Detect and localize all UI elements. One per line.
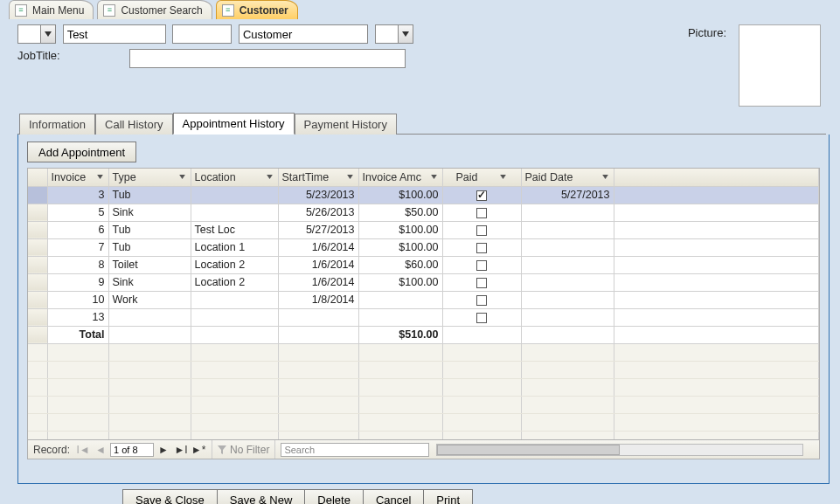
horizontal-scrollbar[interactable] bbox=[436, 444, 803, 456]
cell-location[interactable] bbox=[191, 291, 278, 308]
cell-invoice[interactable]: 3 bbox=[47, 186, 108, 204]
suffix-combo[interactable] bbox=[375, 24, 413, 44]
cell-type[interactable]: Sink bbox=[108, 273, 191, 291]
table-row[interactable]: 13 bbox=[28, 308, 819, 326]
cell-invoice[interactable]: 10 bbox=[47, 291, 108, 308]
chevron-down-icon[interactable] bbox=[398, 24, 413, 44]
row-selector[interactable] bbox=[28, 308, 47, 326]
checkbox-icon[interactable] bbox=[476, 260, 487, 271]
table-row[interactable]: 3Tub5/23/2013$100.005/27/2013 bbox=[28, 186, 819, 204]
cell-location[interactable]: Location 2 bbox=[191, 273, 278, 291]
cell-starttime[interactable]: 5/27/2013 bbox=[278, 221, 358, 238]
cell-amount[interactable] bbox=[358, 291, 442, 308]
cell-paid-date[interactable] bbox=[521, 204, 614, 221]
suffix-input[interactable] bbox=[375, 24, 398, 44]
cell-location[interactable] bbox=[191, 186, 278, 204]
middle-name-input[interactable] bbox=[172, 24, 232, 44]
col-invoice-amount[interactable]: Invoice Amc bbox=[358, 169, 442, 186]
tab-appointment-history[interactable]: Appointment History bbox=[173, 113, 295, 135]
prefix-input[interactable] bbox=[17, 24, 40, 44]
chevron-down-icon[interactable] bbox=[601, 173, 610, 182]
checkbox-icon[interactable] bbox=[476, 278, 487, 288]
cell-invoice[interactable]: 8 bbox=[47, 256, 108, 273]
cell-amount[interactable]: $60.00 bbox=[358, 256, 442, 273]
last-name-input[interactable] bbox=[239, 24, 368, 44]
checkbox-icon[interactable] bbox=[476, 190, 487, 201]
cell-paid[interactable] bbox=[442, 204, 521, 221]
save-close-button[interactable]: Save & Close bbox=[122, 489, 218, 504]
tab-payment-history[interactable]: Payment History bbox=[295, 114, 397, 135]
cell-paid-date[interactable] bbox=[521, 273, 614, 291]
row-selector[interactable] bbox=[28, 273, 47, 291]
cell-location[interactable]: Location 1 bbox=[191, 238, 278, 256]
col-invoice[interactable]: Invoice bbox=[47, 169, 108, 186]
checkbox-icon[interactable] bbox=[476, 295, 487, 306]
first-name-input[interactable] bbox=[63, 24, 166, 44]
cell-type[interactable]: Tub bbox=[108, 221, 191, 238]
cell-paid[interactable] bbox=[442, 238, 521, 256]
cell-starttime[interactable]: 1/6/2014 bbox=[278, 238, 358, 256]
tab-call-history[interactable]: Call History bbox=[95, 114, 172, 135]
cell-amount[interactable] bbox=[358, 308, 442, 326]
nav-prev-button[interactable]: ◄ bbox=[93, 443, 108, 457]
cell-amount[interactable]: $100.00 bbox=[358, 238, 442, 256]
col-paid-date[interactable]: Paid Date bbox=[521, 169, 614, 186]
checkbox-icon[interactable] bbox=[476, 313, 487, 323]
cell-type[interactable]: Tub bbox=[108, 238, 191, 256]
cell-paid-date[interactable] bbox=[521, 256, 614, 273]
cell-amount[interactable]: $100.00 bbox=[358, 186, 442, 204]
table-row[interactable]: 8ToiletLocation 21/6/2014$60.00 bbox=[28, 256, 819, 273]
cell-invoice[interactable]: 9 bbox=[47, 273, 108, 291]
row-selector[interactable] bbox=[28, 238, 47, 256]
cell-invoice[interactable]: 13 bbox=[47, 308, 108, 326]
chevron-down-icon[interactable] bbox=[40, 24, 56, 44]
cancel-button[interactable]: Cancel bbox=[364, 489, 424, 504]
cell-starttime[interactable]: 5/23/2013 bbox=[278, 186, 358, 204]
cell-amount[interactable]: $100.00 bbox=[358, 221, 442, 238]
chevron-down-icon[interactable] bbox=[430, 173, 439, 182]
cell-invoice[interactable]: 6 bbox=[47, 221, 108, 238]
table-row[interactable]: 6TubTest Loc5/27/2013$100.00 bbox=[28, 221, 819, 238]
cell-type[interactable]: Toilet bbox=[108, 256, 191, 273]
table-row[interactable]: 10Work1/8/2014 bbox=[28, 291, 819, 308]
jobtitle-input[interactable] bbox=[129, 49, 406, 68]
cell-type[interactable]: Work bbox=[108, 291, 191, 308]
chevron-down-icon[interactable] bbox=[178, 173, 187, 182]
prefix-combo[interactable] bbox=[17, 24, 56, 44]
cell-paid[interactable] bbox=[442, 186, 521, 204]
cell-paid[interactable] bbox=[442, 291, 521, 308]
select-all-header[interactable] bbox=[28, 169, 47, 186]
cell-starttime[interactable]: 5/26/2013 bbox=[278, 204, 358, 221]
nav-new-button[interactable]: ►* bbox=[191, 443, 206, 457]
row-selector[interactable] bbox=[28, 291, 47, 308]
cell-type[interactable] bbox=[108, 308, 191, 326]
cell-paid[interactable] bbox=[442, 308, 521, 326]
delete-button[interactable]: Delete bbox=[305, 489, 364, 504]
save-new-button[interactable]: Save & New bbox=[218, 489, 306, 504]
col-paid[interactable]: Paid bbox=[442, 169, 521, 186]
chevron-down-icon[interactable] bbox=[346, 173, 355, 182]
window-tab-customer[interactable]: Customer bbox=[216, 0, 298, 19]
checkbox-icon[interactable] bbox=[476, 208, 487, 218]
cell-starttime[interactable]: 1/6/2014 bbox=[278, 273, 358, 291]
nav-next-button[interactable]: ► bbox=[156, 443, 171, 457]
cell-location[interactable]: Location 2 bbox=[191, 256, 278, 273]
cell-paid-date[interactable] bbox=[521, 291, 614, 308]
filter-indicator[interactable]: No Filter bbox=[212, 440, 275, 459]
cell-location[interactable] bbox=[191, 204, 278, 221]
cell-starttime[interactable]: 1/8/2014 bbox=[278, 291, 358, 308]
cell-starttime[interactable] bbox=[278, 308, 358, 326]
cell-paid-date[interactable]: 5/27/2013 bbox=[521, 186, 614, 204]
cell-paid[interactable] bbox=[442, 256, 521, 273]
tab-information[interactable]: Information bbox=[19, 114, 95, 135]
col-type[interactable]: Type bbox=[108, 169, 191, 186]
print-button[interactable]: Print bbox=[424, 489, 473, 504]
row-selector[interactable] bbox=[28, 221, 47, 238]
cell-location[interactable] bbox=[191, 308, 278, 326]
window-tab-main-menu[interactable]: Main Menu bbox=[9, 0, 94, 19]
cell-paid-date[interactable] bbox=[521, 238, 614, 256]
nav-last-button[interactable]: ►I bbox=[173, 443, 189, 457]
table-row[interactable]: 7TubLocation 11/6/2014$100.00 bbox=[28, 238, 819, 256]
row-selector[interactable] bbox=[28, 186, 47, 204]
cell-invoice[interactable]: 7 bbox=[47, 238, 108, 256]
